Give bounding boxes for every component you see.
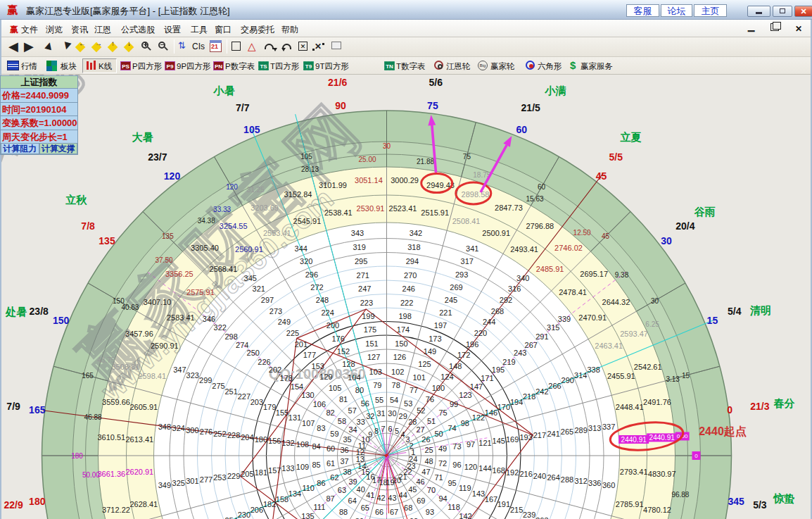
- svg-text:315: 315: [547, 323, 559, 332]
- svg-text:263: 263: [535, 516, 548, 519]
- svg-text:269: 269: [450, 283, 462, 292]
- svg-text:178: 178: [279, 374, 292, 382]
- svg-text:227: 227: [238, 392, 250, 401]
- svg-text:120: 120: [226, 183, 238, 191]
- svg-text:215: 215: [510, 506, 523, 514]
- svg-text:197: 197: [434, 321, 447, 330]
- svg-text:296: 296: [305, 270, 318, 279]
- svg-text:大暑: 大暑: [132, 131, 153, 143]
- svg-text:155: 155: [276, 408, 288, 417]
- svg-text:73: 73: [452, 442, 461, 451]
- svg-text:195: 195: [492, 365, 505, 374]
- svg-text:57: 57: [348, 406, 357, 415]
- svg-text:194: 194: [510, 398, 523, 406]
- svg-text:149: 149: [424, 347, 436, 356]
- svg-text:36: 36: [340, 446, 348, 454]
- svg-text:180: 180: [255, 435, 267, 444]
- svg-text:69: 69: [417, 496, 425, 505]
- svg-text:336: 336: [588, 479, 601, 487]
- svg-text:68: 68: [404, 504, 412, 512]
- svg-text:271: 271: [357, 271, 369, 280]
- svg-text:135: 135: [301, 512, 314, 519]
- svg-text:125: 125: [418, 360, 431, 368]
- svg-text:2796.88: 2796.88: [526, 222, 554, 230]
- svg-text:180: 180: [29, 496, 46, 507]
- svg-text:101: 101: [412, 373, 425, 382]
- svg-text:37: 37: [340, 457, 348, 465]
- svg-text:244: 244: [483, 318, 495, 326]
- svg-text:105: 105: [300, 153, 312, 161]
- svg-text:94: 94: [438, 494, 447, 503]
- svg-text:157: 157: [268, 466, 281, 475]
- svg-text:266: 266: [548, 382, 561, 390]
- svg-text:105: 105: [329, 384, 341, 392]
- svg-text:156: 156: [268, 437, 281, 445]
- svg-text:170: 170: [497, 403, 510, 411]
- svg-text:107: 107: [302, 419, 315, 427]
- svg-text:349: 349: [158, 481, 171, 489]
- svg-text:21.88: 21.88: [417, 158, 434, 165]
- svg-text:290: 290: [562, 376, 574, 384]
- svg-text:33.33: 33.33: [213, 206, 231, 213]
- svg-text:2440.91: 2440.91: [649, 434, 675, 442]
- svg-text:130: 130: [301, 391, 314, 399]
- svg-text:5/3: 5/3: [753, 499, 767, 511]
- svg-text:76: 76: [426, 395, 434, 404]
- svg-text:135: 135: [162, 232, 174, 240]
- svg-text:168: 168: [493, 466, 505, 475]
- svg-text:96: 96: [452, 461, 461, 469]
- svg-text:291: 291: [535, 332, 548, 341]
- svg-text:174: 174: [397, 325, 410, 334]
- svg-text:9.38: 9.38: [615, 271, 629, 279]
- svg-text:173: 173: [429, 334, 441, 343]
- svg-text:345: 345: [728, 496, 745, 507]
- svg-text:246: 246: [402, 284, 415, 293]
- svg-text:23/8: 23/8: [30, 306, 49, 317]
- svg-text:28: 28: [408, 418, 417, 426]
- svg-text:143: 143: [472, 489, 485, 498]
- svg-text:217: 217: [533, 431, 546, 439]
- svg-text:250: 250: [247, 349, 260, 357]
- svg-text:34: 34: [348, 425, 357, 434]
- svg-text:31.25: 31.25: [247, 186, 265, 194]
- svg-text:3407.10: 3407.10: [144, 298, 172, 306]
- svg-text:272: 272: [310, 283, 323, 292]
- svg-text:142: 142: [459, 512, 471, 519]
- svg-text:41: 41: [366, 491, 374, 499]
- svg-text:318: 318: [407, 243, 420, 251]
- svg-text:2898.58: 2898.58: [462, 190, 490, 199]
- svg-text:3508.81: 3508.81: [111, 363, 139, 371]
- svg-text:3254.55: 3254.55: [220, 222, 248, 230]
- svg-text:30: 30: [388, 409, 396, 418]
- svg-text:150: 150: [113, 297, 125, 305]
- svg-text:131: 131: [288, 413, 301, 422]
- svg-text:128: 128: [342, 360, 355, 368]
- svg-text:276: 276: [200, 427, 212, 436]
- svg-text:2613.41: 2613.41: [125, 435, 153, 444]
- svg-text:205: 205: [241, 470, 253, 478]
- svg-text:252: 252: [213, 430, 226, 438]
- svg-text:88: 88: [339, 508, 348, 516]
- svg-text:75: 75: [427, 100, 438, 111]
- svg-text:319: 319: [353, 243, 365, 251]
- svg-text:3305.40: 3305.40: [191, 244, 219, 252]
- svg-text:处暑: 处暑: [5, 306, 27, 318]
- svg-text:145: 145: [493, 437, 505, 445]
- svg-text:2568.41: 2568.41: [210, 265, 238, 273]
- svg-text:34.38: 34.38: [198, 217, 215, 225]
- svg-text:177: 177: [303, 351, 316, 359]
- svg-text:46.88: 46.88: [84, 413, 102, 421]
- svg-text:253: 253: [213, 473, 226, 482]
- svg-text:300: 300: [186, 426, 198, 434]
- svg-text:2746.02: 2746.02: [554, 244, 583, 252]
- svg-text:146: 146: [485, 408, 497, 417]
- svg-text:15.63: 15.63: [526, 195, 543, 203]
- svg-text:谷雨: 谷雨: [694, 206, 716, 218]
- svg-text:90: 90: [335, 100, 346, 111]
- svg-text:317: 317: [461, 257, 474, 265]
- svg-text:3712.22: 3712.22: [102, 506, 130, 514]
- svg-text:176: 176: [331, 334, 344, 343]
- svg-text:230: 230: [238, 511, 250, 519]
- svg-text:172: 172: [457, 351, 470, 359]
- svg-text:28.13: 28.13: [301, 165, 319, 173]
